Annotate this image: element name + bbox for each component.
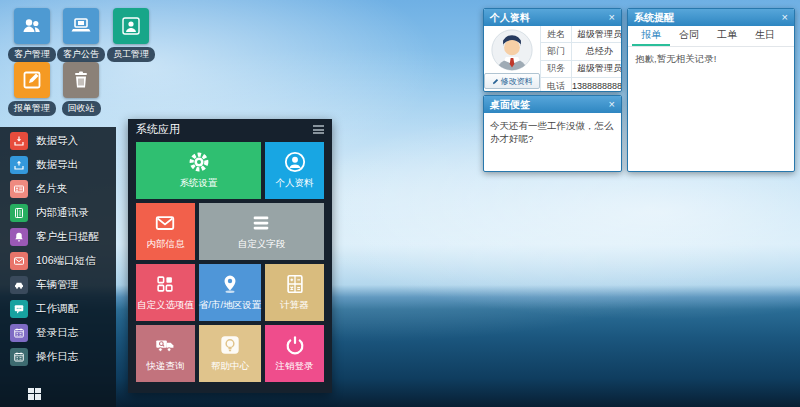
sidebar-item-data-export[interactable]: 数据导出 — [10, 156, 116, 174]
contacts-book-icon — [10, 204, 28, 222]
order-edit-icon — [14, 62, 50, 98]
calendar-icon — [10, 324, 28, 342]
start-menu-title: 系统应用 — [136, 122, 180, 137]
note-content[interactable]: 今天还有一些工作没做，怎么办才好呢? — [484, 113, 621, 152]
sidebar-item-internal-contacts[interactable]: 内部通讯录 — [10, 204, 116, 222]
sidebar-item-label: 数据导出 — [36, 158, 78, 172]
system-reminder-panel: 系统提醒 × 报单 合同 工单 生日 抱歉,暂无相关记录! — [627, 8, 795, 172]
desktop-icon-label: 回收站 — [62, 101, 101, 116]
desktop-icon-announcement[interactable]: 客户公告 — [62, 8, 100, 62]
user-icon — [284, 151, 306, 173]
sidebar-item-data-import[interactable]: 数据导入 — [10, 132, 116, 150]
desktop-icon-recycle-bin[interactable]: 回收站 — [62, 62, 100, 116]
close-icon[interactable]: × — [782, 12, 788, 23]
field-value: 13888888888 — [572, 78, 622, 92]
tile-help-center[interactable]: 帮助中心 — [199, 325, 261, 382]
field-label: 姓名 — [541, 26, 572, 42]
windows-start-button[interactable] — [28, 388, 42, 401]
edit-profile-label: 修改资料 — [501, 76, 533, 87]
tile-label: 省/市/地区设置 — [199, 299, 261, 312]
reminder-panel-header: 系统提醒 × — [628, 9, 794, 26]
gear-icon — [188, 151, 210, 173]
field-value: 超级管理员 — [572, 61, 622, 77]
tab-contracts[interactable]: 合同 — [670, 26, 708, 46]
profile-row: 部门 总经办 — [541, 43, 622, 60]
desktop-icon-customers[interactable]: 客户管理 — [13, 8, 51, 62]
bulb-icon — [219, 334, 241, 356]
sidebar-item-label: 操作日志 — [36, 350, 78, 364]
sidebar-item-label: 内部通讯录 — [36, 206, 89, 220]
desktop: { "desktop": { "icons": [ { "label": "客户… — [0, 0, 800, 407]
tab-work-orders[interactable]: 工单 — [708, 26, 746, 46]
profile-panel-title: 个人资料 — [490, 11, 530, 25]
tile-logout[interactable]: 注销登录 — [265, 325, 324, 382]
tile-custom-fields[interactable]: 自定义字段 — [199, 203, 324, 260]
close-icon[interactable]: × — [609, 12, 615, 23]
trash-icon — [63, 62, 99, 98]
sidebar-item-birthday-reminder[interactable]: 客户生日提醒 — [10, 228, 116, 246]
desktop-icon-employee[interactable]: 员工管理 — [112, 8, 150, 62]
tile-express-tracking[interactable]: 快递查询 — [136, 325, 195, 382]
desktop-note-panel: 桌面便签 × 今天还有一些工作没做，怎么办才好呢? — [483, 95, 622, 172]
envelope-icon — [154, 212, 176, 234]
sidebar-item-sms-port[interactable]: 106端口短信 — [10, 252, 116, 270]
tile-label: 注销登录 — [276, 360, 314, 373]
announcement-icon — [63, 8, 99, 44]
profile-table: 姓名 超级管理员 部门 总经办 职务 超级管理员 电话 13888888888 — [540, 26, 622, 92]
tile-custom-option-values[interactable]: 自定义选项值 — [136, 264, 195, 321]
desktop-icon-orders[interactable]: 报单管理 — [13, 62, 51, 116]
tile-label: 个人资料 — [276, 177, 314, 190]
avatar — [491, 29, 533, 71]
sidebar-item-vehicle-management[interactable]: 车辆管理 — [10, 276, 116, 294]
sidebar-item-login-log[interactable]: 登录日志 — [10, 324, 116, 342]
chat-bubble-icon — [10, 300, 28, 318]
field-value: 超级管理员 — [572, 26, 622, 42]
field-label: 职务 — [541, 61, 572, 77]
edit-profile-button[interactable]: 修改资料 — [484, 73, 540, 89]
windows-logo-pane — [28, 388, 34, 393]
sidebar-item-label: 车辆管理 — [36, 278, 78, 292]
tab-orders[interactable]: 报单 — [632, 26, 670, 46]
start-menu-panel: 系统应用 系统设置 个人资料 内部信息 自定义字段 自定义选项值 省/市/地区设… — [128, 119, 332, 393]
tile-label: 自定义选项值 — [137, 299, 194, 312]
note-panel-header: 桌面便签 × — [484, 96, 621, 113]
note-panel-title: 桌面便签 — [490, 98, 530, 112]
profile-row: 电话 13888888888 — [541, 78, 622, 92]
grid-squares-icon — [154, 273, 176, 295]
tile-calculator[interactable]: 计算器 — [265, 264, 324, 321]
reminder-panel-title: 系统提醒 — [634, 11, 674, 25]
tile-personal-profile[interactable]: 个人资料 — [265, 142, 324, 199]
start-menu-header: 系统应用 — [128, 119, 332, 140]
windows-logo-pane — [35, 388, 41, 393]
profile-panel: 个人资料 × 修改资料 姓 — [483, 8, 622, 92]
sidebar-item-name-cards[interactable]: 名片夹 — [10, 180, 116, 198]
export-icon — [10, 156, 28, 174]
windows-logo-pane — [35, 394, 41, 400]
tile-label: 自定义字段 — [238, 238, 286, 251]
profile-row: 职务 超级管理员 — [541, 61, 622, 78]
menu-toggle-icon[interactable] — [313, 125, 324, 134]
tile-label: 快递查询 — [146, 360, 184, 373]
profile-panel-header: 个人资料 × — [484, 9, 621, 26]
close-icon[interactable]: × — [609, 99, 615, 110]
tile-system-settings[interactable]: 系统设置 — [136, 142, 261, 199]
sidebar-item-label: 106端口短信 — [36, 254, 96, 268]
tile-label: 帮助中心 — [211, 360, 249, 373]
sidebar-item-label: 工作调配 — [36, 302, 78, 316]
tile-region-settings[interactable]: 省/市/地区设置 — [199, 264, 261, 321]
desktop-icon-label: 报单管理 — [8, 101, 56, 116]
profile-row: 姓名 超级管理员 — [541, 26, 622, 43]
tab-birthdays[interactable]: 生日 — [746, 26, 784, 46]
sidebar-item-label: 数据导入 — [36, 134, 78, 148]
sidebar-item-label: 登录日志 — [36, 326, 78, 340]
field-label: 部门 — [541, 43, 572, 59]
sidebar-item-operation-log[interactable]: 操作日志 — [10, 348, 116, 366]
power-icon — [284, 334, 306, 356]
birthday-bell-icon — [10, 228, 28, 246]
tile-internal-messages[interactable]: 内部信息 — [136, 203, 195, 260]
tile-label: 内部信息 — [146, 238, 184, 251]
profile-body: 修改资料 姓名 超级管理员 部门 总经办 职务 超级管理员 电话 1388888… — [484, 26, 621, 92]
calendar-icon — [10, 348, 28, 366]
field-value: 总经办 — [572, 43, 622, 59]
sidebar-item-work-dispatch[interactable]: 工作调配 — [10, 300, 116, 318]
